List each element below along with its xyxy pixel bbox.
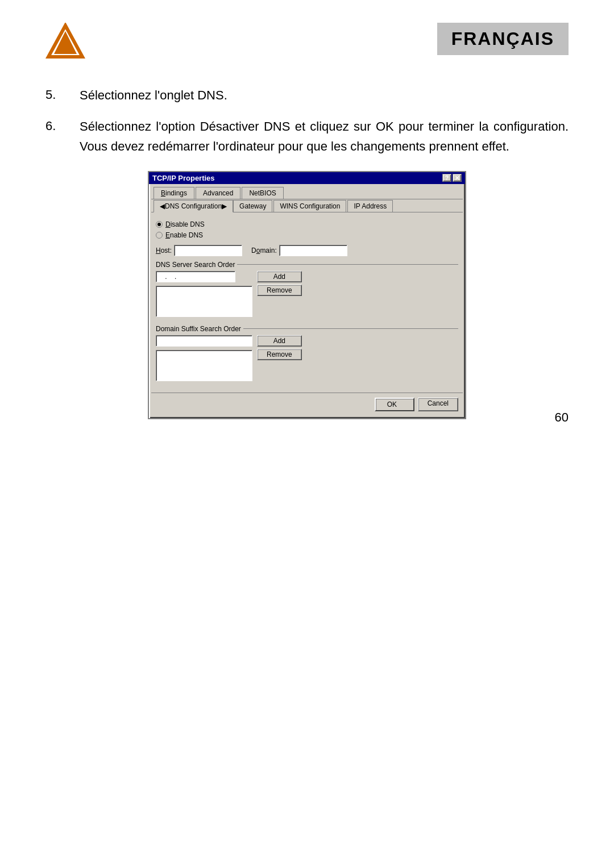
dialog-bottom: OK Cancel <box>151 393 463 416</box>
dns-remove-button[interactable]: Remove <box>257 285 302 296</box>
domain-suffix-section-content: Add Remove <box>156 335 458 385</box>
svg-rect-2 <box>63 40 68 51</box>
step-number-5: 5. <box>45 85 80 105</box>
dns-server-buttons: Add Remove <box>257 271 302 320</box>
radio-enable-dns[interactable]: Enable DNS <box>156 231 458 239</box>
dns-server-section-content: . . Add Remove <box>156 271 458 320</box>
dns-server-inputs: . . <box>156 271 252 320</box>
host-label: Host: <box>156 247 172 254</box>
dialog-title: TCP/IP Properties <box>152 174 215 182</box>
domain-input[interactable] <box>279 245 347 256</box>
dns-tab-label: DNS Configuration <box>165 202 222 210</box>
tab-bar-top: Bindings Advanced NetBIOS <box>151 186 463 199</box>
domain-label: Domain: <box>251 247 277 254</box>
domain-suffix-list[interactable] <box>156 350 252 381</box>
titlebar-buttons: ? ✕ <box>442 174 462 182</box>
step-text-6: Sélectionnez l'option Désactiver DNS et … <box>80 116 569 156</box>
tab-dns-configuration[interactable]: ◀DNS Configuration▶ <box>154 200 233 212</box>
step-number-6: 6. <box>45 116 80 156</box>
dns-server-section-label: DNS Server Search Order <box>156 261 458 269</box>
page-number: 60 <box>555 410 569 425</box>
dialog-container: TCP/IP Properties ? ✕ Bindings Advanced … <box>45 171 569 419</box>
tab-advanced[interactable]: Advanced <box>196 187 240 199</box>
close-button[interactable]: ✕ <box>453 174 462 182</box>
tcp-ip-dialog: TCP/IP Properties ? ✕ Bindings Advanced … <box>148 171 466 419</box>
radio-enable-dns-input[interactable] <box>156 232 163 239</box>
domain-suffix-buttons: Add Remove <box>257 335 302 385</box>
dialog-titlebar: TCP/IP Properties ? ✕ <box>149 172 465 184</box>
radio-disable-dns[interactable]: Disable DNS <box>156 220 458 228</box>
tab-wins[interactable]: WINS Configuration <box>273 200 346 212</box>
domain-suffix-input-row <box>156 335 252 347</box>
dialog-content: Bindings Advanced NetBIOS ◀DNS Configura… <box>149 184 465 418</box>
dns-radio-group: Disable DNS Enable DNS <box>156 220 458 239</box>
logo <box>45 23 91 68</box>
host-input[interactable] <box>174 245 242 256</box>
domain-suffix-inputs <box>156 335 252 385</box>
content-area: 5. Sélectionnez l'onglet DNS. 6. Sélecti… <box>45 85 569 157</box>
instruction-5: 5. Sélectionnez l'onglet DNS. <box>45 85 569 105</box>
domain-suffix-section-label: Domain Suffix Search Order <box>156 325 458 333</box>
domain-suffix-input[interactable] <box>156 335 252 347</box>
ip-field-1[interactable]: . . <box>156 271 235 282</box>
tab-ip-address[interactable]: IP Address <box>347 200 393 212</box>
ip-input-row: . . <box>156 271 252 282</box>
tab-bindings[interactable]: Bindings <box>154 187 194 199</box>
help-button[interactable]: ? <box>442 174 451 182</box>
suffix-remove-button[interactable]: Remove <box>257 349 302 360</box>
language-label: FRANÇAIS <box>437 23 569 55</box>
dns-server-list[interactable] <box>156 286 252 317</box>
radio-disable-dns-input[interactable] <box>156 221 163 228</box>
tab-panel-dns: Disable DNS Enable DNS H <box>151 217 463 393</box>
dns-add-button[interactable]: Add <box>257 271 302 282</box>
suffix-add-button[interactable]: Add <box>257 335 302 347</box>
cancel-button[interactable]: Cancel <box>418 398 458 411</box>
tab-bar-bottom: ◀DNS Configuration▶ Gateway WINS Configu… <box>151 199 463 212</box>
instruction-6: 6. Sélectionnez l'option Désactiver DNS … <box>45 116 569 156</box>
header: FRANÇAIS <box>45 23 569 68</box>
tab-gateway[interactable]: Gateway <box>233 200 272 212</box>
host-domain-row: Host: Domain: <box>156 245 458 256</box>
step-text-5: Sélectionnez l'onglet DNS. <box>80 85 569 105</box>
ok-button[interactable]: OK <box>375 398 414 411</box>
tab-netbios[interactable]: NetBIOS <box>242 187 283 199</box>
